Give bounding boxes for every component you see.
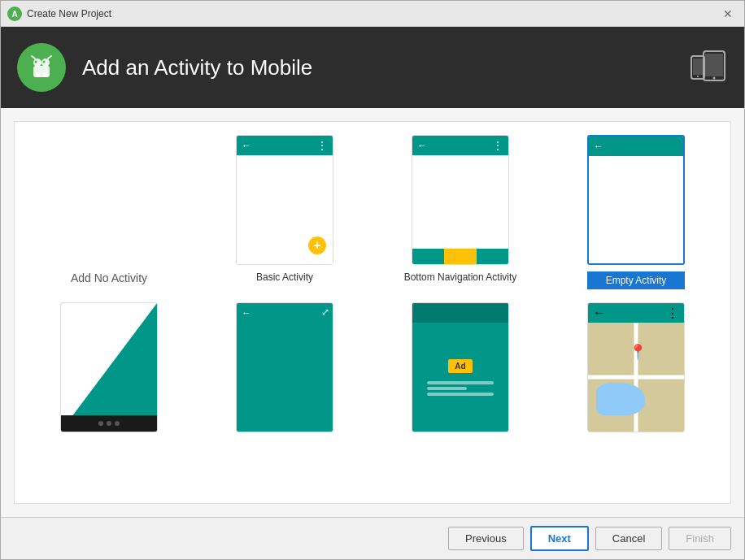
phone-body: + xyxy=(237,155,333,264)
title-bar: A Create New Project ✕ xyxy=(1,1,744,27)
phone-screen: ← ⤢ xyxy=(237,303,333,432)
list-item[interactable]: ← ⋮ 📍 xyxy=(555,302,717,439)
back-arrow-icon: ← xyxy=(594,141,603,152)
bottom-nav xyxy=(412,248,508,264)
maps-top-bar: ← ⋮ xyxy=(588,303,684,323)
content-lines xyxy=(427,381,494,396)
svg-point-14 xyxy=(713,76,716,79)
list-item[interactable] xyxy=(28,302,190,439)
list-item[interactable]: ← ⋮ Bottom Nav xyxy=(379,135,542,289)
create-new-project-window: A Create New Project ✕ Add an Activity t… xyxy=(0,0,745,560)
nav-tab-3 xyxy=(477,249,508,264)
menu-icon: ⋮ xyxy=(493,140,503,151)
activity-label: Add No Activity xyxy=(71,271,147,284)
content-line xyxy=(427,387,467,390)
device-icon xyxy=(687,45,728,91)
phone-screen: ← ⋮ xyxy=(412,136,508,264)
menu-icon: ⋮ xyxy=(317,140,328,151)
fragment-activity-card xyxy=(60,302,158,432)
phone-top-bar: ← xyxy=(589,137,683,156)
next-button[interactable]: Next xyxy=(530,526,589,551)
fragment-diagonal xyxy=(60,303,157,432)
fab-icon: + xyxy=(308,237,326,254)
nav-dot xyxy=(107,421,111,426)
android-logo-svg xyxy=(25,51,58,84)
no-activity-card xyxy=(60,135,158,265)
list-item[interactable]: ← Empty Activity xyxy=(555,135,717,289)
svg-point-4 xyxy=(33,59,41,67)
list-item[interactable]: ← ⤢ xyxy=(203,302,366,439)
menu-icon: ⋮ xyxy=(666,306,679,321)
svg-rect-16 xyxy=(693,59,703,75)
previous-button[interactable]: Previous xyxy=(448,527,524,550)
empty-activity-card: ← xyxy=(587,135,685,265)
phone-top-bar: ← ⤢ xyxy=(237,303,333,323)
android-logo xyxy=(17,43,66,92)
map-road-vertical xyxy=(634,323,638,432)
phone-top-bar: ← ⋮ xyxy=(412,136,508,155)
svg-rect-13 xyxy=(705,54,723,76)
back-arrow-icon: ← xyxy=(242,140,251,151)
cancel-button[interactable]: Cancel xyxy=(595,527,662,550)
empty-screen: ← xyxy=(589,137,683,263)
activity-label: Bottom Navigation Activity xyxy=(404,271,517,283)
svg-point-6 xyxy=(35,61,37,63)
nav-tab-1 xyxy=(412,249,444,264)
fragment-screen xyxy=(61,303,157,432)
phone-top-bar: ← ⋮ xyxy=(237,136,333,155)
title-bar-label: Create New Project xyxy=(27,8,718,20)
android-studio-icon: A xyxy=(7,7,22,21)
admob-body: Ad xyxy=(412,323,508,432)
phone-body xyxy=(412,155,508,264)
nav-tab-2 xyxy=(444,249,476,264)
fullscreen-activity-card: ← ⤢ xyxy=(236,302,333,432)
map-water xyxy=(596,383,645,415)
admob-screen: Ad xyxy=(412,303,508,432)
basic-activity-card: ← ⋮ + xyxy=(236,135,333,265)
activity-grid: Add No Activity ← ⋮ + xyxy=(28,135,717,439)
svg-text:A: A xyxy=(11,10,17,19)
page-title: Add an Activity to Mobile xyxy=(82,55,687,80)
activity-label: Basic Activity xyxy=(256,271,313,283)
svg-rect-10 xyxy=(36,72,40,77)
maps-screen: ← ⋮ 📍 xyxy=(588,303,684,432)
dialog-footer: Previous Next Cancel Finish xyxy=(1,517,744,559)
svg-point-7 xyxy=(43,61,46,63)
content-line xyxy=(427,381,494,384)
phone-screen: ← ⋮ + xyxy=(237,136,333,264)
list-item[interactable]: Ad xyxy=(379,302,542,439)
main-content: Add No Activity ← ⋮ + xyxy=(1,108,744,517)
svg-rect-11 xyxy=(43,72,47,77)
content-line xyxy=(427,393,494,396)
fullscreen-icon: ⤢ xyxy=(321,306,329,318)
bottom-nav-activity-card: ← ⋮ xyxy=(412,135,509,265)
dialog-header: Add an Activity to Mobile xyxy=(1,27,744,108)
admob-activity-card: Ad xyxy=(412,302,509,432)
fragment-bottom-bar xyxy=(61,415,157,432)
close-button[interactable]: ✕ xyxy=(718,6,738,22)
svg-point-5 xyxy=(41,59,50,67)
phone-body xyxy=(237,323,333,432)
map-background: 📍 xyxy=(588,323,684,432)
map-area: 📍 xyxy=(588,323,684,432)
maps-activity-card: ← ⋮ 📍 xyxy=(587,302,685,432)
list-item[interactable]: Add No Activity xyxy=(28,135,190,289)
svg-point-17 xyxy=(697,76,699,77)
activity-label: Empty Activity xyxy=(587,271,685,289)
ad-banner: Ad xyxy=(448,359,472,373)
nav-dot xyxy=(115,421,120,426)
list-item[interactable]: ← ⋮ + Basic Activity xyxy=(203,135,366,289)
activity-grid-container: Add No Activity ← ⋮ + xyxy=(14,121,731,504)
admob-top-bar xyxy=(412,303,508,323)
back-arrow-icon: ← xyxy=(242,307,251,319)
nav-dot xyxy=(98,421,103,426)
finish-button[interactable]: Finish xyxy=(669,527,731,550)
back-arrow-icon: ← xyxy=(593,306,606,320)
back-arrow-icon: ← xyxy=(417,140,427,151)
map-pin-icon: 📍 xyxy=(629,343,647,361)
